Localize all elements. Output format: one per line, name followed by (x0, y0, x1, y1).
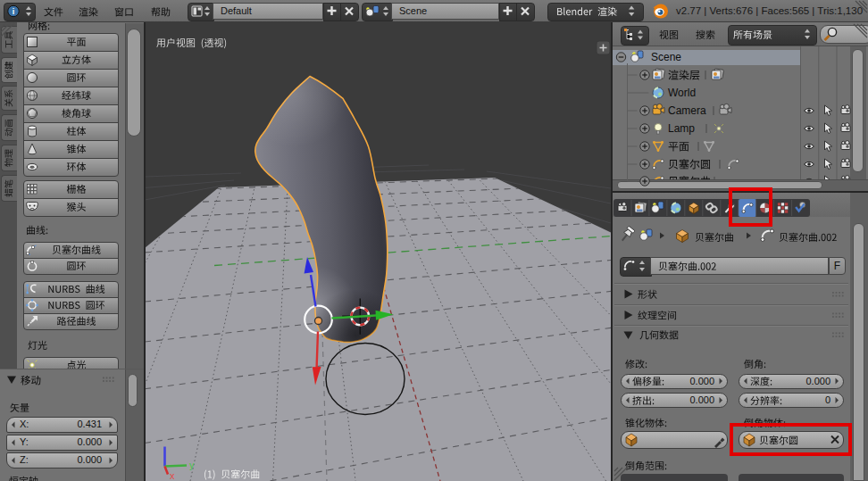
svg-text:x: x (170, 470, 175, 481)
svg-text:y: y (189, 460, 195, 470)
